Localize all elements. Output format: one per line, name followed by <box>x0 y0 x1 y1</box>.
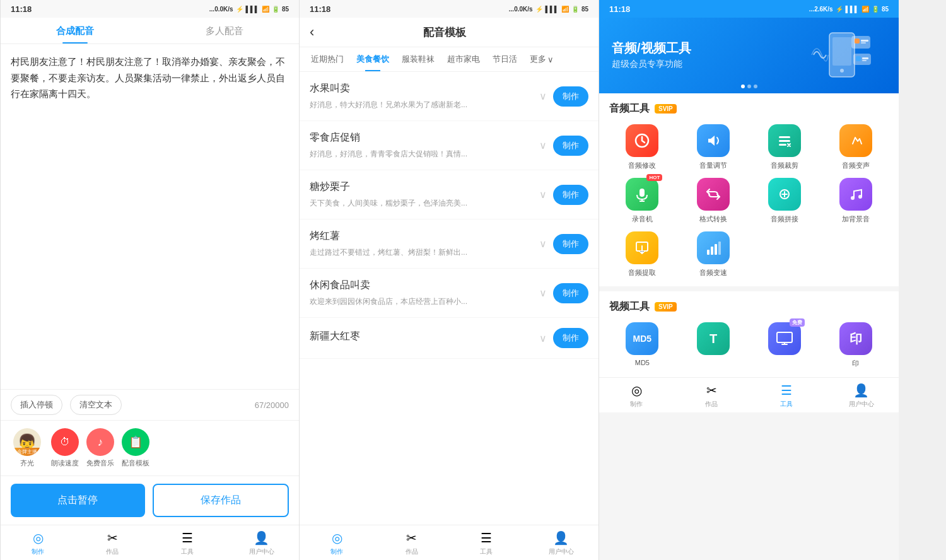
tool-merge[interactable]: 音频拼接 <box>752 178 818 224</box>
dubbing-text-input[interactable] <box>11 54 289 379</box>
banner-dots <box>741 85 757 88</box>
bluetooth-icon-3: ⚡ <box>836 6 843 13</box>
cat-recent[interactable]: 近期热门 <box>305 47 350 71</box>
svg-rect-8 <box>856 56 861 61</box>
banner-title: 音频/视频工具 <box>612 40 691 56</box>
nav-user-3[interactable]: 👤 用户中心 <box>824 378 899 412</box>
dot-3 <box>754 85 757 88</box>
make-button-2[interactable]: 制作 <box>553 185 588 205</box>
make-label-3: 制作 <box>630 400 643 409</box>
tool-recorder[interactable]: HOT 录音机 <box>609 178 675 224</box>
works-label-2: 作品 <box>406 547 418 556</box>
template-header: ‹ 配音模板 <box>300 18 599 47</box>
voice-item-speed[interactable]: ⏱ 朗读速度 <box>51 428 79 468</box>
make-button-4[interactable]: 制作 <box>553 283 588 303</box>
battery-level-3: 85 <box>882 6 889 13</box>
tool-format[interactable]: 格式转换 <box>680 178 747 224</box>
clear-text-button[interactable]: 清空文本 <box>70 395 122 415</box>
tool-audio-cut[interactable]: 音频裁剪 <box>752 124 818 170</box>
make-button-0[interactable]: 制作 <box>553 86 588 107</box>
tool-video-t[interactable]: T <box>680 322 747 368</box>
nav-user-2[interactable]: 👤 用户中心 <box>524 525 599 560</box>
nav-user-1[interactable]: 👤 用户中心 <box>225 525 299 560</box>
action-bar: 点击暂停 保存作品 <box>1 475 299 525</box>
cat-food[interactable]: 美食餐饮 <box>350 47 395 71</box>
merge-label: 音频拼接 <box>771 214 798 224</box>
time-3: 11:18 <box>609 4 630 14</box>
video-t-icon: T <box>697 322 730 355</box>
tools-icon-1: ☰ <box>182 530 193 545</box>
template-desc-3: 走过路过不要错过，烤红薯、烤甜梨！新鲜出... <box>310 247 533 258</box>
tab-multi[interactable]: 多人配音 <box>150 18 300 44</box>
expand-3[interactable]: ∨ <box>533 234 553 254</box>
pause-button[interactable]: 点击暂停 <box>11 484 145 517</box>
tool-screen[interactable]: 免费 <box>752 322 818 368</box>
nav-tools-1[interactable]: ☰ 工具 <box>150 525 225 560</box>
promo-banner[interactable]: 音频/视频工具 超级会员专享功能 <box>599 18 899 93</box>
battery-level-1: 85 <box>282 6 289 13</box>
template-title-2: 糖炒栗子 <box>310 180 533 194</box>
status-bar-3: 11:18 ...2.6K/s ⚡ ▌▌▌ 📶 🔋 85 <box>599 0 899 18</box>
template-button[interactable]: 📋 <box>122 428 149 456</box>
video-section-title: 视频工具 <box>609 300 650 313</box>
tool-audio-modify[interactable]: 音频修改 <box>609 124 675 170</box>
bottom-nav-2: ◎ 制作 ✂ 作品 ☰ 工具 👤 用户中心 <box>300 525 599 560</box>
stamp-icon: 印 <box>839 322 872 355</box>
template-page-title: 配音模板 <box>319 25 569 40</box>
template-info-5: 新疆大红枣 <box>310 330 533 347</box>
tool-extract[interactable]: 音频提取 <box>609 231 675 277</box>
tool-stamp[interactable]: 印 印 <box>822 322 889 368</box>
tools-label-1: 工具 <box>181 547 194 556</box>
voice-item-template[interactable]: 📋 配音模板 <box>122 428 149 468</box>
nav-make-1[interactable]: ◎ 制作 <box>1 525 75 560</box>
voice-item-music[interactable]: ♪ 免费音乐 <box>86 428 114 468</box>
nav-works-1[interactable]: ✂ 作品 <box>75 525 149 560</box>
tab-synthesis[interactable]: 合成配音 <box>1 18 150 44</box>
template-item: 新疆大红枣 ∨ 制作 <box>300 318 599 359</box>
status-icons-3: ...2.6K/s ⚡ ▌▌▌ 📶 🔋 85 <box>809 6 889 13</box>
tool-voice-change[interactable]: 音频变声 <box>822 124 889 170</box>
tool-bgmusic[interactable]: 加背景音 <box>822 178 889 224</box>
save-button[interactable]: 保存作品 <box>153 484 289 517</box>
expand-4[interactable]: ∨ <box>533 283 553 303</box>
nav-make-3[interactable]: ◎ 制作 <box>599 378 674 412</box>
cat-clothing[interactable]: 服装鞋袜 <box>395 47 441 71</box>
nav-tools-3[interactable]: ☰ 工具 <box>749 378 824 412</box>
expand-5[interactable]: ∨ <box>533 328 553 348</box>
template-desc-1: 好消息，好消息，青青零食店大促销啦！真情... <box>310 148 533 160</box>
voice-avatar-qi[interactable]: 👦 金牌主播 齐光 <box>11 428 44 468</box>
expand-2[interactable]: ∨ <box>533 185 553 205</box>
speed-button[interactable]: ⏱ <box>51 428 79 456</box>
make-button-3[interactable]: 制作 <box>553 234 588 254</box>
back-button[interactable]: ‹ <box>310 24 314 40</box>
md5-label: MD5 <box>635 359 650 366</box>
cat-supermarket[interactable]: 超市家电 <box>441 47 486 71</box>
works-icon-1: ✂ <box>107 530 118 545</box>
make-button-1[interactable]: 制作 <box>553 136 588 156</box>
extract-label: 音频提取 <box>628 268 656 277</box>
audio-section-header: 音频工具 SVIP <box>609 102 889 115</box>
tool-md5[interactable]: MD5 MD5 <box>609 322 675 368</box>
template-desc-4: 欢迎来到园园休闲食品店，本店经营上百种小... <box>310 296 533 307</box>
section-divider <box>599 286 899 291</box>
category-tabs: 近期热门 美食餐饮 服装鞋袜 超市家电 节日活 更多 ∨ <box>300 47 599 72</box>
text-area-wrapper <box>1 44 299 389</box>
tool-speed[interactable]: 音频变速 <box>680 231 747 277</box>
tool-volume[interactable]: 音量调节 <box>680 124 747 170</box>
cat-holiday[interactable]: 节日活 <box>486 47 523 71</box>
music-button[interactable]: ♪ <box>86 428 114 456</box>
nav-works-3[interactable]: ✂ 作品 <box>674 378 749 412</box>
wifi-icon-3: 📶 <box>861 6 869 13</box>
svg-rect-10 <box>862 60 867 61</box>
avatar-image: 👦 金牌主播 <box>13 428 41 456</box>
expand-0[interactable]: ∨ <box>533 86 553 107</box>
nav-tools-2[interactable]: ☰ 工具 <box>449 525 524 560</box>
cat-more[interactable]: 更多 ∨ <box>523 47 560 71</box>
expand-1[interactable]: ∨ <box>533 136 553 156</box>
nav-works-2[interactable]: ✂ 作品 <box>375 525 450 560</box>
signal-icon-3: ▌▌▌ <box>846 6 859 13</box>
audio-speed-label: 音频变速 <box>699 268 727 277</box>
nav-make-2[interactable]: ◎ 制作 <box>300 525 375 560</box>
insert-pause-button[interactable]: 插入停顿 <box>11 395 62 415</box>
make-button-5[interactable]: 制作 <box>553 328 588 348</box>
